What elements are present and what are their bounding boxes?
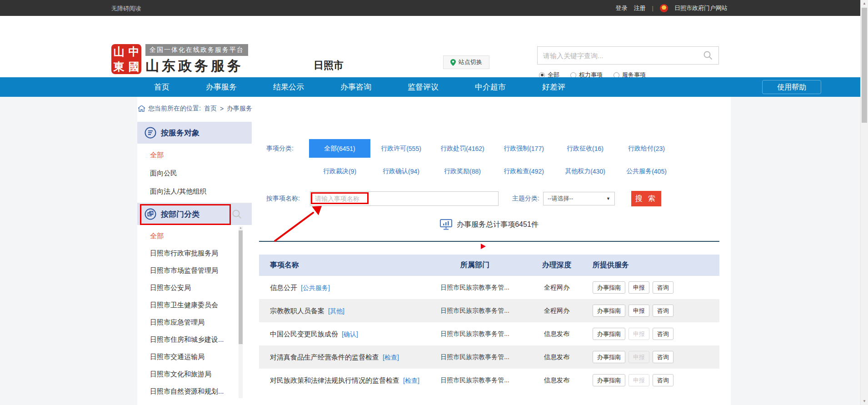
help-button[interactable]: 使用帮助: [762, 80, 821, 94]
dept-item-all[interactable]: 全部: [137, 227, 252, 245]
item-name-input[interactable]: [310, 191, 499, 206]
category-tab[interactable]: 行政奖励(88): [432, 162, 493, 180]
category-tab[interactable]: 行政裁决(9): [309, 162, 370, 180]
dept-item[interactable]: 日照市行政审批服务局: [137, 245, 252, 262]
seal-char: 東: [111, 59, 126, 74]
page: 无障碍阅读 登录 注册 | 日照市政府门户网站 山 中 東 國 全国一体化在线政…: [0, 0, 860, 405]
item-tag-link[interactable]: [检查]: [403, 377, 419, 384]
accessibility-link[interactable]: 无障碍阅读: [111, 5, 141, 13]
scroll-up-icon[interactable]: ▲: [239, 226, 243, 230]
items-table: 事项名称 所属部门 办理深度 所提供服务 信息公开[公共服务] 日照市民族宗教事…: [259, 255, 719, 392]
category-tab-all[interactable]: 全部(6451): [309, 139, 370, 158]
guide-button[interactable]: 办事指南: [593, 281, 625, 294]
section-header-service-target[interactable]: 按服务对象: [137, 122, 252, 144]
guide-button[interactable]: 办事指南: [593, 305, 625, 317]
department-search-icon[interactable]: [232, 209, 242, 219]
item-tag-link[interactable]: [公共服务]: [301, 284, 330, 291]
tab-count: (88): [469, 168, 481, 175]
dept-item[interactable]: 日照市公安局: [137, 279, 252, 296]
category-tab[interactable]: 行政处罚(4162): [432, 139, 493, 158]
keyword-search-input[interactable]: [543, 52, 703, 60]
tab-label: 全部: [324, 145, 337, 153]
tab-count: (94): [408, 168, 419, 175]
category-tab[interactable]: 其他权力(430): [554, 162, 616, 180]
nav-item-home[interactable]: 首页: [154, 82, 170, 92]
browser-scrollbar[interactable]: ▲ ▼: [860, 0, 868, 405]
item-depth: 信息发布: [527, 353, 586, 361]
portal-link[interactable]: 日照市政府门户网站: [674, 4, 728, 12]
breadcrumb-sep: >: [220, 105, 224, 112]
nav-item-supervision[interactable]: 监督评议: [408, 82, 439, 92]
nav-item-services[interactable]: 办事服务: [206, 82, 237, 92]
chevron-down-icon: ▼: [606, 196, 610, 201]
consult-button[interactable]: 咨询: [653, 374, 673, 386]
breadcrumb-current[interactable]: 办事服务: [227, 105, 252, 113]
table-row: 对清真食品生产经营条件的监督检查[检查] 日照市民族宗教事务管... 信息发布 …: [259, 345, 719, 369]
dept-item[interactable]: 日照市住房和城乡建设...: [137, 331, 252, 348]
category-tab[interactable]: 行政征收(16): [554, 139, 616, 158]
topic-select[interactable]: --请选择-- ▼: [543, 192, 615, 205]
dept-item[interactable]: 日照市卫生健康委员会: [137, 296, 252, 314]
consult-button[interactable]: 咨询: [653, 305, 673, 317]
content-container: 您当前所在的位置: 首页 > 办事服务 按服务对象: [137, 97, 731, 405]
logo-text: 全国一体化在线政务服务平台 山东政务服务: [145, 44, 248, 75]
nav-item-rating[interactable]: 好差评: [542, 82, 565, 92]
tab-label: 其他权力: [565, 167, 590, 175]
breadcrumb-home[interactable]: 首页: [204, 105, 217, 113]
category-tab[interactable]: 行政给付(23): [616, 139, 677, 158]
item-name-link[interactable]: 宗教教职人员备案: [270, 307, 324, 315]
consult-button[interactable]: 咨询: [653, 281, 673, 294]
consult-button[interactable]: 咨询: [653, 351, 673, 363]
section-header-department[interactable]: 按部门分类: [137, 203, 252, 225]
item-tag-link[interactable]: [其他]: [328, 307, 344, 315]
register-link[interactable]: 注册: [634, 4, 646, 12]
category-tab[interactable]: 公共服务(405): [616, 162, 677, 180]
sidebar-item-citizen[interactable]: 面向公民: [137, 164, 252, 182]
dept-item[interactable]: 日照市市场监督管理局: [137, 262, 252, 279]
dept-item[interactable]: 日照市文化和旅游局: [137, 365, 252, 383]
search-icon[interactable]: [703, 50, 713, 60]
login-link[interactable]: 登录: [616, 4, 628, 12]
tab-count: (555): [406, 145, 421, 152]
seal-char: 山: [111, 44, 126, 59]
tab-count: (9): [349, 168, 356, 175]
category-tab[interactable]: 行政许可(555): [370, 139, 432, 158]
department-scrollbar-thumb[interactable]: [239, 230, 243, 344]
consult-button[interactable]: 咨询: [653, 328, 673, 340]
guide-button[interactable]: 办事指南: [593, 351, 625, 363]
table-row: 宗教教职人员备案[其他] 日照市民族宗教事务管... 全程网办 办事指南 申报 …: [259, 299, 719, 322]
apply-button[interactable]: 申报: [629, 281, 649, 294]
site-switch-button[interactable]: 站点切换: [443, 55, 489, 69]
browser-scrollbar-thumb[interactable]: [862, 8, 867, 123]
apply-button[interactable]: 申报: [629, 305, 649, 317]
guide-button[interactable]: 办事指南: [593, 374, 625, 386]
nav-item-results[interactable]: 结果公示: [273, 82, 304, 92]
sidebar-item-legal-person[interactable]: 面向法人/其他组织: [137, 182, 252, 200]
category-tab[interactable]: 行政检查(492): [493, 162, 554, 180]
table-header-row: 事项名称 所属部门 办理深度 所提供服务: [259, 255, 719, 276]
category-tab[interactable]: 行政强制(177): [493, 139, 554, 158]
item-name-link[interactable]: 对民族政策和法律法规执行情况的监督检查: [270, 376, 399, 384]
col-header-depth: 办理深度: [527, 260, 586, 270]
guide-button[interactable]: 办事指南: [593, 328, 625, 340]
category-filter: 事项分类: 全部(6451) 行政许可(555) 行政处罚(4162) 行政强制…: [259, 139, 677, 180]
item-name-link[interactable]: 信息公开: [270, 284, 297, 291]
item-name-link[interactable]: 对清真食品生产经营条件的监督检查: [270, 353, 379, 361]
nav-item-intermediary[interactable]: 中介超市: [475, 82, 506, 92]
search-button[interactable]: 搜 索: [631, 191, 661, 206]
item-name-link[interactable]: 中国公民变更民族成份: [270, 330, 338, 338]
nav-item-consult[interactable]: 办事咨询: [340, 82, 371, 92]
item-tag-link[interactable]: [确认]: [342, 330, 358, 338]
item-tag-link[interactable]: [检查]: [383, 354, 399, 361]
location-pin-icon: [450, 59, 456, 66]
department-scrollbar[interactable]: ▲: [239, 226, 243, 398]
scrollbar-down-icon[interactable]: ▼: [861, 399, 868, 404]
tab-count: (23): [653, 145, 665, 152]
item-department: 日照市民族宗教事务管...: [423, 353, 527, 361]
dept-item[interactable]: 日照市交通运输局: [137, 348, 252, 365]
scrollbar-up-icon[interactable]: ▲: [861, 1, 868, 6]
sidebar-item-all[interactable]: 全部: [137, 146, 252, 164]
dept-item[interactable]: 日照市自然资源和规划...: [137, 383, 252, 400]
dept-item[interactable]: 日照市应急管理局: [137, 314, 252, 331]
category-tab[interactable]: 行政确认(94): [370, 162, 432, 180]
